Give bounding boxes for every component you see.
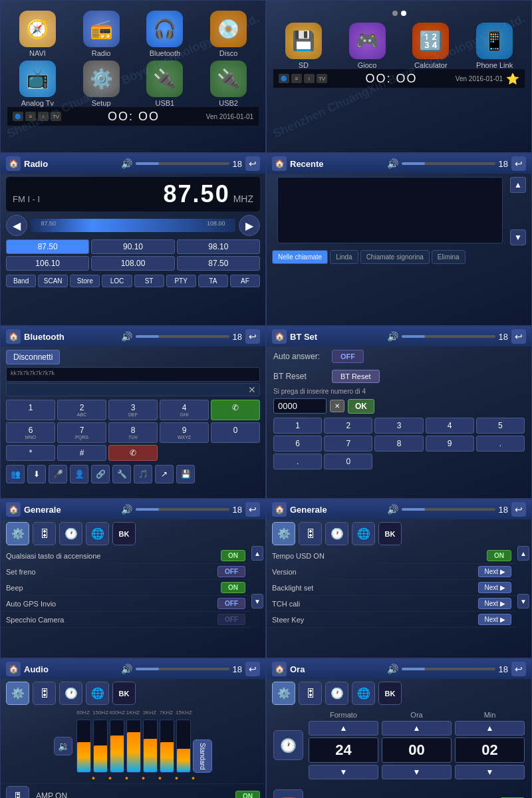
bt-back-btn[interactable]: ↩ bbox=[245, 329, 260, 344]
audio-tab-globe[interactable]: 🌐 bbox=[86, 682, 109, 705]
app-radio[interactable]: 📻 Radio bbox=[71, 11, 132, 57]
ora-hora-up[interactable]: ▲ bbox=[382, 721, 452, 735]
radio-ta-btn[interactable]: TA bbox=[198, 275, 228, 287]
radio-scan-btn[interactable]: SCAN bbox=[38, 275, 68, 287]
btset-reset-btn[interactable]: BT Reset bbox=[332, 370, 380, 383]
tab-elimina[interactable]: Elimina bbox=[432, 250, 466, 264]
bt-key-3[interactable]: 3DEF bbox=[108, 400, 158, 420]
btset-num-dot[interactable]: . bbox=[476, 436, 525, 452]
recente-scroll-up[interactable]: ▲ bbox=[510, 177, 526, 193]
bt-action-person[interactable]: 👤 bbox=[70, 465, 88, 483]
setting-toggle-2[interactable]: ON bbox=[221, 582, 245, 593]
radio-back-btn[interactable]: ↩ bbox=[245, 156, 260, 171]
tab-chiamate-signorina[interactable]: Chiamate signorina bbox=[360, 250, 430, 264]
tab-icon-gear[interactable]: ⚙️ bbox=[6, 522, 29, 545]
eq-bar-150[interactable] bbox=[93, 720, 108, 773]
app-tv[interactable]: 📺 Analog Tv bbox=[7, 61, 68, 107]
app-phonelink[interactable]: 📱 Phone Link bbox=[464, 23, 525, 69]
audio-home-btn[interactable]: 🏠 bbox=[6, 662, 21, 676]
ora-hora-down[interactable]: ▼ bbox=[382, 765, 452, 779]
ora-calendar-icon[interactable]: 📅 bbox=[273, 789, 303, 798]
eq-bar-60[interactable] bbox=[76, 720, 91, 773]
preset-5[interactable]: 108.00 bbox=[91, 256, 174, 271]
bt-home-btn[interactable]: 🏠 bbox=[6, 329, 21, 344]
ora-formato-down[interactable]: ▼ bbox=[309, 765, 378, 779]
radio-store-btn[interactable]: Store bbox=[70, 275, 100, 287]
ora-tab-clock[interactable]: 🕐 bbox=[325, 682, 348, 705]
bt-key-4[interactable]: 4GHI bbox=[160, 400, 209, 420]
amp-toggle[interactable]: ON bbox=[235, 791, 260, 799]
radio-band-btn[interactable]: Band bbox=[6, 275, 36, 287]
btset-num-8[interactable]: 8 bbox=[374, 436, 423, 452]
radio-af-btn[interactable]: AF bbox=[230, 275, 260, 287]
bt-clear-icon[interactable]: ✕ bbox=[248, 384, 256, 395]
generale-right-home-btn[interactable]: 🏠 bbox=[272, 502, 287, 517]
eq-bar-3k[interactable] bbox=[143, 720, 158, 773]
setting-next-r2[interactable]: Next ▶ bbox=[478, 582, 511, 593]
setting-toggle-4[interactable]: OFF bbox=[217, 614, 245, 625]
ora-volume-slider[interactable] bbox=[402, 668, 495, 670]
radio-pty-btn[interactable]: PTY bbox=[166, 275, 196, 287]
ora-min-up[interactable]: ▲ bbox=[455, 721, 525, 735]
preset-6[interactable]: 87.50 bbox=[177, 256, 260, 271]
standard-btn[interactable]: Standard bbox=[193, 739, 212, 773]
bt-action-contacts[interactable]: 👥 bbox=[6, 465, 25, 483]
app-sd[interactable]: 💾 SD bbox=[273, 23, 334, 69]
eq-bar-1k[interactable] bbox=[126, 720, 141, 773]
bt-key-2[interactable]: 2ABC bbox=[57, 400, 106, 420]
tab-icon-gear-r[interactable]: ⚙️ bbox=[272, 522, 295, 545]
app-navi[interactable]: 🧭 NAVI bbox=[7, 11, 68, 57]
eq-bottom-icon[interactable]: 🎛 bbox=[6, 786, 29, 798]
tab-icon-bk[interactable]: BK bbox=[112, 522, 136, 545]
recente-scroll-down[interactable]: ▼ bbox=[510, 229, 526, 245]
tune-prev-btn[interactable]: ◀ bbox=[6, 215, 27, 236]
tab-icon-clock[interactable]: 🕐 bbox=[59, 522, 82, 545]
bt-key-7[interactable]: 7PQRS bbox=[57, 422, 106, 443]
bt-disconnect-btn[interactable]: Disconnetti bbox=[6, 350, 60, 364]
eq-bar-15k[interactable] bbox=[176, 720, 191, 773]
bt-key-call[interactable]: ✆ bbox=[211, 400, 260, 420]
pin-clear-btn[interactable]: ✕ bbox=[330, 400, 344, 412]
btset-volume-slider[interactable] bbox=[402, 335, 495, 338]
ora-clock-icon[interactable]: 🕐 bbox=[273, 730, 303, 760]
btset-back-btn[interactable]: ↩ bbox=[511, 329, 526, 344]
audio-tab-clock[interactable]: 🕐 bbox=[59, 682, 82, 705]
radio-loc-btn[interactable]: LOC bbox=[102, 275, 132, 287]
ora-formato-up[interactable]: ▲ bbox=[309, 721, 378, 735]
bt-action-wrench[interactable]: 🔧 bbox=[112, 465, 131, 483]
bt-volume-slider[interactable] bbox=[136, 335, 229, 338]
bt-key-9[interactable]: 9WXYZ bbox=[160, 422, 209, 443]
app-setup[interactable]: ⚙️ Setup bbox=[71, 61, 132, 107]
tuner-bar[interactable]: 87.50 108.00 bbox=[31, 219, 235, 232]
ora-home-btn[interactable]: 🏠 bbox=[272, 662, 287, 676]
btset-num-0[interactable]: 0 bbox=[324, 454, 372, 469]
btset-num-dot2[interactable]: . bbox=[273, 454, 322, 469]
audio-tab-gear[interactable]: ⚙️ bbox=[6, 682, 29, 705]
tab-icon-eq[interactable]: 🎛 bbox=[33, 522, 56, 545]
bt-key-0[interactable]: 0 bbox=[211, 422, 260, 443]
generale-left-volume-slider[interactable] bbox=[136, 508, 229, 511]
btset-num-7[interactable]: 7 bbox=[324, 436, 372, 452]
generale-right-volume-slider[interactable] bbox=[402, 508, 495, 511]
tab-icon-clock-r[interactable]: 🕐 bbox=[325, 522, 348, 545]
preset-3[interactable]: 98.10 bbox=[177, 239, 260, 254]
btset-num-9[interactable]: 9 bbox=[426, 436, 474, 452]
eq-volume-icon[interactable]: 🔉 bbox=[54, 737, 72, 755]
btset-num-2[interactable]: 2 bbox=[324, 418, 372, 434]
radio-volume-slider[interactable] bbox=[136, 162, 229, 165]
preset-4[interactable]: 106.10 bbox=[6, 256, 89, 271]
bt-action-link[interactable]: 🔗 bbox=[91, 465, 110, 483]
app-usb1[interactable]: 🔌 USB1 bbox=[135, 61, 196, 107]
radio-home-btn[interactable]: 🏠 bbox=[6, 156, 21, 171]
recente-home-btn[interactable]: 🏠 bbox=[272, 156, 287, 171]
generale-scroll-up[interactable]: ▲ bbox=[251, 546, 263, 561]
audio-tab-eq[interactable]: 🎛 bbox=[33, 682, 56, 705]
btset-num-1[interactable]: 1 bbox=[273, 418, 322, 434]
tune-next-btn[interactable]: ▶ bbox=[239, 215, 260, 236]
audio-back-btn[interactable]: ↩ bbox=[245, 662, 260, 676]
bt-action-save[interactable]: 💾 bbox=[176, 465, 195, 483]
generale-scroll-down[interactable]: ▼ bbox=[251, 594, 263, 608]
btset-num-5[interactable]: 5 bbox=[476, 418, 525, 434]
eq-bar-400[interactable] bbox=[110, 720, 124, 773]
bt-action-download[interactable]: ⬇ bbox=[27, 465, 46, 483]
